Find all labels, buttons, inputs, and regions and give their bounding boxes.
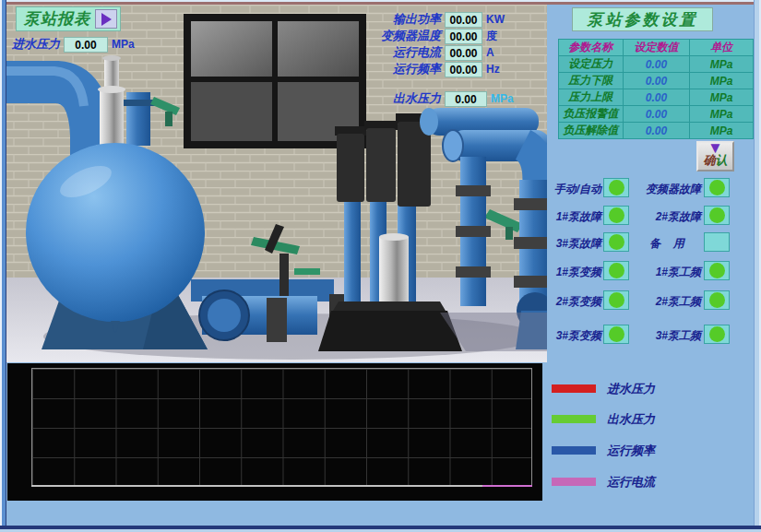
indicator-lamp-pump1-mains [704, 261, 730, 280]
table-row: 设定压力 0.00 MPa [559, 56, 754, 73]
param-name: 压力下限 [559, 73, 624, 89]
col-header-set-value: 设定数值 [623, 40, 690, 56]
lamp-circle [609, 234, 624, 250]
indicator-lamp-pump2-fault [704, 206, 730, 225]
legend-swatch-running-current [552, 478, 596, 486]
param-name: 设定压力 [559, 56, 624, 73]
running-current-value[interactable]: 00.00 [445, 45, 482, 61]
report-button-label: 泵站报表 [24, 8, 90, 30]
legend-label-running-frequency: 运行频率 [607, 443, 655, 459]
lamp-circle [709, 207, 725, 223]
inverter-temp-value[interactable]: 00.00 [445, 29, 482, 44]
output-power-unit: KW [486, 13, 505, 26]
running-current-trace [482, 485, 532, 487]
running-frequency-value[interactable]: 00.00 [445, 62, 482, 77]
confirm-button[interactable]: ▼ 确认 [696, 141, 734, 171]
indicator-lamp-pump1-vfd [603, 261, 629, 280]
param-value[interactable]: 0.00 [623, 73, 690, 89]
lamp-circle [709, 292, 725, 308]
lamp-circle [609, 207, 624, 223]
indicator-label-pump1-mains: 1#泵工频 [633, 265, 701, 280]
indicator-label-pump2-fault: 2#泵故障 [633, 209, 701, 225]
param-name: 负压报警值 [559, 106, 624, 123]
indicator-label-pump2-mains: 2#泵工频 [633, 294, 701, 310]
table-row: 压力下限 0.00 MPa [559, 73, 754, 89]
lamp-circle [709, 234, 725, 250]
trend-chart [7, 363, 542, 501]
param-value[interactable]: 0.00 [623, 56, 690, 73]
confirm-button-label: 确认 [704, 153, 728, 167]
lamp-circle [609, 292, 624, 308]
outlet-pressure-value[interactable]: 0.00 [445, 91, 487, 107]
param-value[interactable]: 0.00 [623, 89, 690, 106]
lamp-circle [709, 180, 725, 195]
running-frequency-label: 运行频率 [365, 61, 441, 77]
inverter-temp-row: 变频器温度 00.00 度 [365, 28, 497, 44]
table-row: 负压报警值 0.00 MPa [559, 106, 754, 123]
indicator-lamp-manual-auto [603, 178, 629, 197]
param-unit: MPa [690, 106, 754, 123]
col-header-unit: 单位 [690, 40, 754, 56]
running-frequency-unit: Hz [486, 63, 500, 76]
param-unit: MPa [690, 123, 754, 139]
running-current-unit: A [486, 46, 494, 59]
lamp-circle [609, 326, 624, 342]
play-triangle [101, 13, 112, 26]
inlet-pressure-row: 进水压力 0.00 MPa [12, 36, 135, 53]
indicator-lamp-inverter-fault [704, 178, 730, 197]
running-current-row: 运行电流 00.00 A [365, 44, 494, 61]
inlet-pressure-value[interactable]: 0.00 [64, 37, 108, 53]
indicator-label-pump1-fault: 1#泵故障 [542, 209, 601, 225]
lamp-circle [609, 180, 624, 195]
lamp-circle [709, 326, 725, 342]
indicator-lamp-pump3-mains [704, 325, 730, 344]
parameter-table-header-row: 参数名称 设定数值 单位 [559, 40, 754, 56]
indicator-label-pump3-mains: 3#泵工频 [633, 328, 701, 344]
frame-right [754, 0, 761, 532]
legend-label-outlet-pressure: 出水压力 [607, 411, 655, 428]
inlet-pressure-label: 进水压力 [12, 36, 60, 53]
legend-swatch-running-frequency [552, 446, 596, 455]
indicator-label-manual-auto: 手动/自动 [542, 182, 601, 197]
frame-left [0, 0, 6, 532]
report-button[interactable]: 泵站报表 [16, 6, 121, 31]
hmi-screen: 泵站报表 进水压力 0.00 MPa 输出功率 00.00 KW 变频器温度 0… [0, 0, 761, 532]
outlet-pressure-label: 出水压力 [365, 90, 441, 107]
indicator-label-pump3-vfd: 3#泵变频 [542, 328, 601, 344]
settings-panel-title: 泵站参数设置 [588, 9, 698, 30]
indicator-label-pump2-vfd: 2#泵变频 [542, 294, 601, 310]
output-power-row: 输出功率 00.00 KW [365, 11, 505, 28]
running-current-label: 运行电流 [365, 44, 441, 61]
param-name: 负压解除值 [559, 123, 624, 139]
indicator-lamp-pump2-vfd [603, 290, 629, 310]
indicator-lamp-pump2-mains [704, 290, 730, 310]
play-icon[interactable] [95, 9, 117, 29]
outlet-pressure-unit: MPa [491, 92, 514, 105]
output-power-label: 输出功率 [365, 11, 441, 28]
param-name: 压力上限 [559, 89, 624, 106]
lamp-circle [609, 263, 624, 278]
trend-chart-plot-area [31, 368, 532, 486]
frame-bottom [0, 526, 761, 532]
table-row: 压力上限 0.00 MPa [559, 89, 754, 106]
indicator-lamp-pump3-vfd [603, 325, 629, 344]
output-power-value[interactable]: 00.00 [445, 12, 482, 28]
settings-panel-title-box: 泵站参数设置 [572, 7, 713, 31]
legend-swatch-outlet-pressure [552, 415, 596, 423]
table-row: 负压解除值 0.00 MPa [559, 123, 754, 139]
indicator-lamp-spare [704, 232, 730, 252]
legend-swatch-inlet-pressure [552, 384, 596, 393]
param-unit: MPa [690, 89, 754, 106]
param-value[interactable]: 0.00 [623, 123, 690, 139]
param-value[interactable]: 0.00 [623, 106, 690, 123]
lamp-circle [709, 263, 725, 278]
legend-label-running-current: 运行电流 [607, 474, 655, 491]
param-unit: MPa [690, 73, 754, 89]
legend-label-inlet-pressure: 进水压力 [607, 381, 655, 397]
indicator-lamp-pump3-fault [603, 232, 629, 252]
parameter-table: 参数名称 设定数值 单位 设定压力 0.00 MPa 压力下限 0.00 MPa… [558, 39, 754, 139]
indicator-label-pump1-vfd: 1#泵变频 [542, 265, 601, 280]
indicator-label-pump3-fault: 3#泵故障 [542, 236, 601, 252]
outlet-pressure-row: 出水压力 0.00 MPa [365, 90, 514, 107]
inverter-temp-unit: 度 [486, 29, 497, 44]
